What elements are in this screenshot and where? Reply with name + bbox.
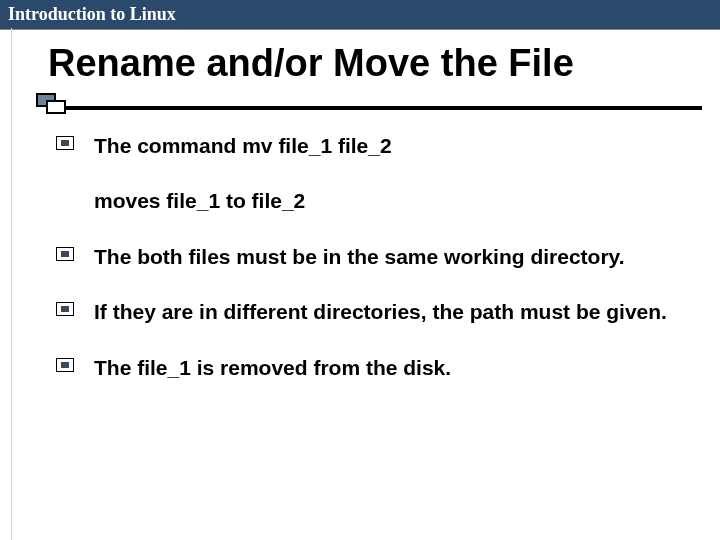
title-underline xyxy=(36,93,702,113)
bullet-2-text: The both files must be in the same worki… xyxy=(94,245,625,268)
left-sidebar xyxy=(0,28,12,540)
bullet-3-text: If they are in different directories, th… xyxy=(94,300,667,323)
bullet-2: The both files must be in the same worki… xyxy=(56,242,690,271)
bullet-1-line1: The command mv file_1 file_2 xyxy=(94,134,392,157)
bullet-1-line2: moves file_1 to file_2 xyxy=(94,186,690,215)
content-area: The command mv file_1 file_2 moves file_… xyxy=(0,131,720,382)
bullet-icon xyxy=(56,247,74,261)
bullet-1: The command mv file_1 file_2 moves file_… xyxy=(56,131,690,216)
bullet-icon xyxy=(56,302,74,316)
decor-line xyxy=(66,106,702,110)
slide-title: Rename and/or Move the File xyxy=(0,30,720,93)
bullet-icon xyxy=(56,358,74,372)
bullet-3: If they are in different directories, th… xyxy=(56,297,690,326)
bullet-4-text: The file_1 is removed from the disk. xyxy=(94,356,451,379)
header-bar: Introduction to Linux xyxy=(0,0,720,30)
header-title: Introduction to Linux xyxy=(8,4,176,24)
bullet-icon xyxy=(56,136,74,150)
decor-box-front xyxy=(46,100,66,114)
bullet-4: The file_1 is removed from the disk. xyxy=(56,353,690,382)
